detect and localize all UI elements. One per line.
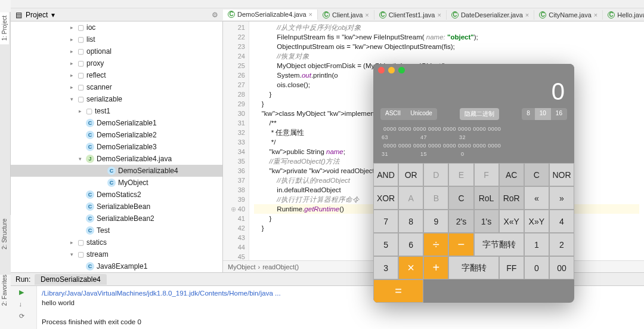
tree-arrow-icon[interactable]: ▸ — [70, 60, 78, 66]
tree-node[interactable]: ▸▢ioc — [11, 21, 222, 33]
tree-node[interactable]: ▸▢statics — [11, 236, 222, 248]
calc-key-[interactable]: » — [549, 186, 574, 210]
seg-base-8[interactable]: 8 — [522, 108, 535, 120]
close-icon[interactable] — [378, 67, 385, 73]
tree-arrow-icon[interactable]: ▸ — [70, 72, 78, 78]
tree-node[interactable]: ▸▢scanner — [11, 81, 222, 93]
calc-key-6[interactable]: 6 — [398, 233, 423, 256]
minimize-icon[interactable] — [388, 67, 395, 73]
project-label[interactable]: Project — [26, 11, 48, 19]
run-stop-icon[interactable]: ↓ — [19, 300, 29, 310]
tree-node[interactable]: ▸▢reflect — [11, 69, 222, 81]
calc-key-1[interactable]: 1 — [524, 233, 549, 256]
calc-key-3[interactable]: 3 — [373, 256, 398, 279]
tree-node[interactable]: ▾▢stream — [11, 248, 222, 260]
calc-key-4[interactable]: 4 — [549, 210, 574, 233]
calc-key-AC[interactable]: AC — [499, 163, 524, 186]
editor-tab[interactable]: CCityName.java × — [534, 10, 603, 20]
close-tab-icon[interactable]: × — [594, 11, 597, 19]
tree-node[interactable]: ▾JDemoSerializable4.java — [11, 153, 222, 165]
run-kill-icon[interactable]: ⟳ — [19, 312, 29, 322]
tree-node[interactable]: ▸▢optional — [11, 45, 222, 57]
tree-node[interactable]: CDemoSerializable4 — [11, 165, 222, 177]
tree-node[interactable]: CTest — [11, 225, 222, 236]
calc-key-[interactable]: ÷ — [423, 233, 448, 256]
gear-icon[interactable]: ⚙ — [212, 11, 218, 19]
calc-titlebar[interactable] — [373, 64, 574, 76]
calc-key-[interactable]: « — [524, 186, 549, 210]
seg-base-16[interactable]: 16 — [551, 108, 567, 120]
tree-arrow-icon[interactable]: ▸ — [79, 108, 86, 114]
seg-hide-binary[interactable]: 隐藏二进制 — [460, 108, 499, 120]
calc-key-9[interactable]: 9 — [423, 210, 448, 233]
calc-key-E[interactable]: E — [448, 163, 473, 186]
tree-node[interactable]: ▸▢list — [11, 33, 222, 45]
calc-key-[interactable]: = — [373, 279, 423, 303]
tree-arrow-icon[interactable]: ▸ — [70, 36, 78, 42]
sidetab-favorites[interactable]: 2: Favorites — [0, 271, 9, 309]
calc-key-RoL[interactable]: RoL — [474, 186, 499, 210]
calc-key-[interactable]: + — [423, 256, 448, 279]
calc-key-F[interactable]: F — [474, 163, 499, 186]
tree-arrow-icon[interactable]: ▾ — [79, 156, 86, 162]
editor-tab[interactable]: CClient.java × — [318, 10, 374, 20]
tree-node[interactable]: CMyObject — [11, 177, 222, 189]
tree-node[interactable]: CDemoSerializable3 — [11, 141, 222, 153]
code-line[interactable]: //从文件中反序列化obj对象 — [254, 23, 639, 32]
tree-node[interactable]: CJava8Example1 — [11, 260, 222, 272]
tree-node[interactable]: ▸▢proxy — [11, 57, 222, 69]
tree-node[interactable]: ▾▢serializable — [11, 93, 222, 105]
code-line[interactable]: FileInputStream fis = "kw">new FileInput… — [254, 32, 639, 42]
code-line[interactable]: //恢复对象 — [254, 51, 639, 61]
project-tree[interactable]: ▸▢ioc▸▢list▸▢optional▸▢proxy▸▢reflect▸▢s… — [11, 21, 223, 272]
calc-key-[interactable]: − — [448, 233, 473, 256]
calc-key-OR[interactable]: OR — [398, 163, 423, 186]
calc-key-00[interactable]: 00 — [549, 256, 574, 279]
tree-node[interactable]: CSerializableBean2 — [11, 213, 222, 225]
run-play-icon[interactable]: ▶ — [19, 288, 29, 298]
run-tab[interactable]: DemoSerializable4 — [35, 274, 107, 285]
breadcrumb-method[interactable]: readObject() — [262, 263, 299, 270]
calc-key-FF[interactable]: FF — [499, 256, 524, 279]
calc-key-A[interactable]: A — [398, 186, 423, 210]
project-arrow-icon[interactable]: ▤ — [16, 11, 22, 19]
editor-tab[interactable]: CDemoSerializable4.java × — [223, 10, 318, 20]
calc-key-2[interactable]: 2 — [549, 233, 574, 256]
editor-tab[interactable]: CDateDeserializer.java × — [447, 10, 534, 20]
calc-key-2s[interactable]: 2's — [448, 210, 473, 233]
close-tab-icon[interactable]: × — [309, 11, 312, 18]
project-dropdown-icon[interactable]: ▾ — [51, 11, 55, 19]
calc-key-[interactable]: 字翻转 — [448, 256, 499, 279]
calc-key-RoR[interactable]: RoR — [499, 186, 524, 210]
calc-key-XOR[interactable]: XOR — [373, 186, 398, 210]
tree-arrow-icon[interactable]: ▸ — [70, 24, 78, 30]
sidetab-project[interactable]: 1: Project — [0, 12, 9, 44]
calc-key-AND[interactable]: AND — [373, 163, 398, 186]
close-tab-icon[interactable]: × — [365, 11, 369, 19]
sidetab-structure[interactable]: 2: Structure — [0, 215, 9, 253]
tree-node[interactable]: CDemoSerializable1 — [11, 117, 222, 129]
editor-tab[interactable]: CHello.java × — [603, 10, 644, 20]
tree-node[interactable]: CDemoSerializable2 — [11, 129, 222, 141]
seg-unicode[interactable]: Unicode — [405, 108, 437, 120]
tree-arrow-icon[interactable]: ▾ — [70, 251, 78, 257]
calc-key-B[interactable]: B — [423, 186, 448, 210]
code-line[interactable]: ObjectInputStream ois = "kw">new ObjectI… — [254, 42, 639, 51]
calc-key-7[interactable]: 7 — [373, 210, 398, 233]
calc-key-XY[interactable]: X«Y — [499, 210, 524, 233]
close-tab-icon[interactable]: × — [437, 11, 441, 19]
tree-arrow-icon[interactable]: ▸ — [70, 48, 78, 54]
calc-key-D[interactable]: D — [423, 163, 448, 186]
zoom-icon[interactable] — [398, 67, 405, 73]
tree-node[interactable]: CDemoStatics2 — [11, 189, 222, 201]
calc-key-0[interactable]: 0 — [524, 256, 549, 279]
seg-base-10[interactable]: 10 — [535, 108, 551, 120]
tree-arrow-icon[interactable]: ▸ — [70, 239, 78, 245]
tree-arrow-icon[interactable]: ▸ — [70, 84, 78, 90]
calc-key-C[interactable]: C — [448, 186, 473, 210]
calc-bit-display[interactable]: 0000 0000 0000 0000 0000 0000 0000 0000 … — [373, 122, 574, 163]
editor-tab[interactable]: CClientTest1.java × — [374, 10, 447, 20]
calc-key-8[interactable]: 8 — [398, 210, 423, 233]
tree-arrow-icon[interactable]: ▾ — [70, 96, 78, 102]
tree-node[interactable]: CSerializableBean — [11, 201, 222, 213]
